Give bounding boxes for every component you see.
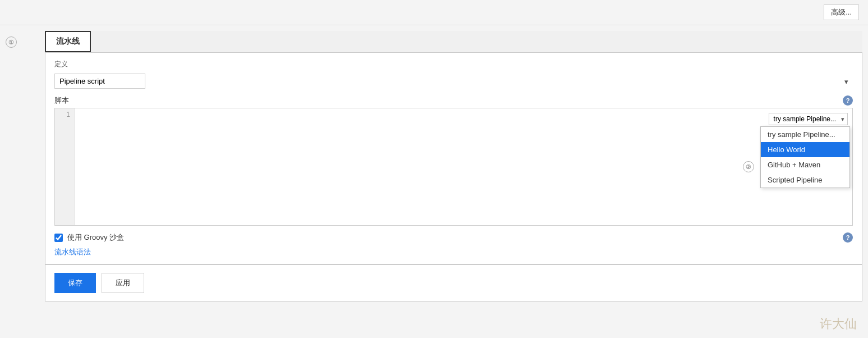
right-panel-area: 流水线 定义 Pipeline script Pipeline script f… [45, 31, 862, 264]
sample-dropdown-menu: try sample Pipeline... Hello World GitHu… [760, 126, 850, 188]
script-label: 脚本 [54, 95, 69, 106]
line-numbers: 1 [55, 108, 75, 225]
groovy-checkbox[interactable] [54, 234, 63, 242]
advanced-button[interactable]: 高级... [824, 4, 859, 20]
panel-body: 定义 Pipeline script Pipeline script from … [45, 53, 862, 264]
watermark: 许大仙 [820, 316, 857, 332]
groovy-help-icon[interactable]: ? [843, 232, 853, 243]
dropdown-item-hello-world[interactable]: Hello World [761, 142, 849, 157]
bottom-actions: 保存 应用 [45, 264, 862, 302]
definition-row: Pipeline script Pipeline script from SCM [54, 74, 853, 89]
definition-label: 定义 [54, 60, 853, 69]
dropdown-item-scripted-pipeline[interactable]: Scripted Pipeline [761, 172, 849, 188]
line-number-1: 1 [59, 111, 70, 118]
dropdown-item-try-sample[interactable]: try sample Pipeline... [761, 127, 849, 142]
page-wrapper: 高级... ① 流水线 定义 [0, 0, 868, 338]
script-help-icon[interactable]: ? [843, 95, 853, 106]
sample-pipeline-button[interactable]: try sample Pipeline... [769, 113, 848, 125]
script-label-row: 脚本 ? [54, 95, 853, 106]
main-content: ① 流水线 定义 Pipeline script Pipel [0, 25, 868, 264]
panel-tabs-row: 流水线 [45, 31, 862, 53]
pipeline-syntax-link[interactable]: 流水线语法 [54, 248, 91, 256]
editor-container: 1 try sample Pipeline... try sample Pipe… [54, 108, 853, 226]
step-indicator: ① [0, 25, 45, 264]
bottom-actions-wrapper: 保存 应用 [45, 264, 862, 302]
definition-select[interactable]: Pipeline script Pipeline script from SCM [54, 74, 145, 89]
definition-select-wrapper: Pipeline script Pipeline script from SCM [54, 74, 853, 89]
pipeline-tab[interactable]: 流水线 [45, 31, 91, 52]
code-editor[interactable] [75, 108, 852, 225]
dropdown-item-github-maven[interactable]: GitHub + Maven [761, 157, 849, 172]
circle-indicator-wrapper: ② [743, 161, 754, 172]
circle-indicator: ② [743, 161, 754, 172]
top-bar: 高级... [0, 0, 868, 25]
apply-button[interactable]: 应用 [102, 273, 144, 293]
save-button[interactable]: 保存 [54, 273, 96, 293]
step-number: ① [6, 36, 17, 48]
groovy-row: 使用 Groovy 沙盒 ? [54, 232, 853, 243]
script-section: 脚本 ? 1 try sample Pipeline... [54, 95, 853, 226]
groovy-label: 使用 Groovy 沙盒 [67, 232, 124, 243]
